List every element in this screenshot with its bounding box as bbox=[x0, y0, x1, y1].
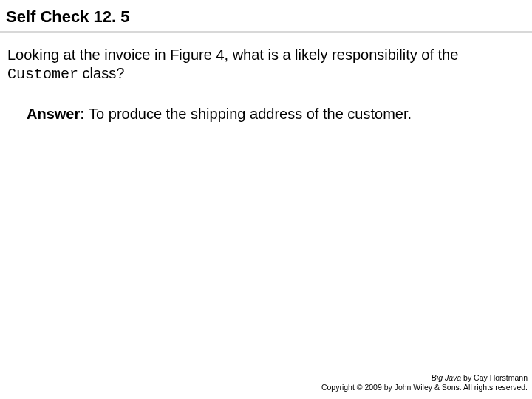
question-part1: Looking at the invoice in Figure 4, what… bbox=[7, 47, 458, 63]
answer-text: To produce the shipping address of the c… bbox=[85, 106, 412, 122]
slide-container: Self Check 12. 5 Looking at the invoice … bbox=[0, 0, 532, 399]
footer-copyright: Copyright © 2009 by John Wiley & Sons. A… bbox=[321, 383, 528, 393]
footer-line1: Big Java by Cay Horstmann bbox=[321, 373, 528, 383]
question-code: Customer bbox=[7, 66, 78, 83]
footer-author: by Cay Horstmann bbox=[461, 373, 528, 382]
footer-book-title: Big Java bbox=[432, 373, 461, 382]
answer-block: Answer: To produce the shipping address … bbox=[7, 104, 523, 123]
question-part2: class? bbox=[78, 65, 124, 81]
question-text: Looking at the invoice in Figure 4, what… bbox=[7, 46, 523, 83]
slide-title: Self Check 12. 5 bbox=[6, 7, 526, 27]
title-area: Self Check 12. 5 bbox=[0, 0, 532, 33]
footer: Big Java by Cay Horstmann Copyright © 20… bbox=[321, 373, 528, 393]
body-area: Looking at the invoice in Figure 4, what… bbox=[0, 33, 532, 123]
answer-label: Answer: bbox=[27, 106, 85, 122]
